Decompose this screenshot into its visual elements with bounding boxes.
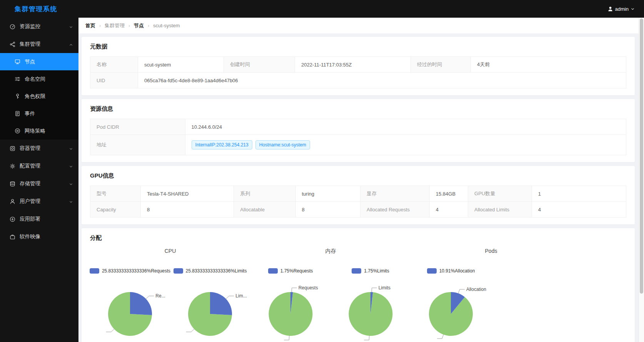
legend-label: 10.91%Allocation (439, 268, 475, 274)
sidebar-item-label: 资源监控 (20, 23, 40, 30)
user-menu[interactable]: admin (607, 6, 644, 12)
resource-info-card: 资源信息 Pod CIDR10.244.6.0/24地址InternalIP:2… (82, 99, 635, 162)
sidebar-item-gear[interactable]: 配置管理 (0, 157, 78, 175)
sidebar-subitem-desktop[interactable]: 节点 (0, 53, 78, 70)
field-value: 8 (295, 202, 360, 217)
field-label: Allocated Limits (468, 202, 532, 217)
chevron-down-icon (69, 25, 73, 29)
pie-slice-label: Lim... (235, 293, 247, 299)
pie-slice-rest[interactable] (429, 292, 473, 336)
sidebar-item-container[interactable]: 容器管理 (0, 139, 78, 157)
legend-item[interactable]: 25.833333333333336%Requests (90, 268, 170, 274)
pie-slice-used[interactable] (130, 292, 152, 315)
pie-chart[interactable]: Limits (330, 280, 410, 342)
top-header: 集群管理系统 admin (0, 0, 644, 18)
field-value: scut-system (138, 57, 224, 73)
pie-callout-line (146, 296, 154, 299)
legend-item[interactable]: 10.91%Allocation (411, 268, 491, 274)
card-title-resource: 资源信息 (90, 105, 626, 113)
field-label: 名称 (90, 57, 138, 73)
chevron-down-icon (69, 182, 73, 186)
field-label: GPU数量 (468, 186, 532, 202)
pie-chart[interactable]: Allocation (411, 280, 491, 342)
user-name: admin (615, 6, 629, 12)
breadcrumb-item[interactable]: 集群管理 (105, 22, 125, 29)
field-label: Pod CIDR (90, 119, 185, 135)
pie-chart[interactable]: Re... (90, 280, 170, 342)
pie-slice-label: Limits (379, 285, 390, 291)
breadcrumb-separator: › (128, 23, 130, 28)
sidebar-subitem-label: 事件 (25, 110, 35, 117)
pie-slice-label: Requests (299, 285, 318, 291)
allocation-charts: CPU25.833333333333336%RequestsRe...25.83… (90, 248, 626, 342)
sidebar-subitem-key[interactable]: 角色权限 (0, 88, 78, 105)
sidebar-subitem-document[interactable]: 事件 (0, 105, 78, 122)
legend-item[interactable]: 1.75%Limits (330, 268, 410, 274)
metadata-card: 元数据 名称scut-system创建时间2022-11-11T17:03:55… (82, 37, 635, 95)
legend-label: 25.833333333333336%Requests (102, 268, 170, 274)
pie-slice-label: Allocation (466, 287, 486, 292)
dashboard-icon (10, 24, 15, 30)
breadcrumb-separator: › (99, 23, 101, 28)
legend-marker (90, 268, 99, 274)
desktop-icon (15, 59, 20, 65)
pie-callout-line (437, 335, 444, 339)
breadcrumb-separator: › (148, 23, 149, 28)
pie-callout-line (226, 296, 234, 299)
pie-unit: 10.91%AllocationAllocation (411, 268, 491, 342)
field-value: 4天前 (471, 57, 626, 73)
scrollbar-thumb[interactable] (640, 18, 643, 294)
sidebar-nav: 资源监控集群管理节点命名空间角色权限事件网络策略容器管理配置管理存储管理用户管理… (0, 18, 78, 342)
breadcrumb: 首页›集群管理›节点›scut-system (78, 18, 639, 33)
breadcrumb-item[interactable]: 节点 (134, 22, 144, 29)
metadata-table: 名称scut-system创建时间2022-11-11T17:03:55Z经过的… (90, 56, 626, 88)
user-icon (10, 199, 15, 204)
field-value: 10.244.6.0/24 (185, 119, 626, 135)
sidebar-item-label: 存储管理 (20, 180, 40, 187)
legend-item[interactable]: 1.75%Requests (250, 268, 330, 274)
scrollbar-track[interactable] (639, 18, 644, 342)
sidebar-item-label: 应用部署 (20, 216, 40, 222)
pie-callout-line (186, 329, 194, 332)
sidebar-subitem-label: 网络策略 (25, 128, 45, 134)
legend-marker (352, 268, 361, 274)
pie-chart[interactable]: Lim... (170, 280, 250, 342)
pie-unit: 25.833333333333336%RequestsRe... (90, 268, 170, 342)
breadcrumb-item[interactable]: 首页 (85, 22, 95, 29)
sidebar-subitem-label: 命名空间 (25, 76, 45, 83)
chevron-down-icon (69, 199, 73, 204)
resource-table: Pod CIDR10.244.6.0/24地址InternalIP:202.38… (90, 119, 626, 155)
sidebar-subitem-network-policy[interactable]: 网络策略 (0, 122, 78, 139)
pie-callout-line (364, 336, 369, 340)
field-label: 型号 (90, 186, 141, 202)
chart-group-title: Pods (411, 248, 571, 256)
app-window: 集群管理系统 admin 资源监控集群管理节点命名空间角色权限事件网络策略容器管… (0, 0, 644, 342)
field-value: 4 (532, 202, 626, 217)
pie-callout-line (372, 288, 377, 292)
pie-slice-used[interactable] (210, 292, 232, 315)
legend-label: 25.833333333333336%Limits (186, 268, 247, 274)
app-logo[interactable]: 集群管理系统 (0, 5, 78, 13)
sidebar-item-label: 集群管理 (20, 41, 40, 48)
card-title-gpu: GPU信息 (90, 172, 626, 179)
sidebar-item-image[interactable]: 软件映像 (0, 228, 78, 246)
network-policy-icon (15, 128, 20, 134)
sidebar-item-label: 软件映像 (20, 233, 40, 240)
field-label: Capacity (90, 202, 141, 217)
pie-chart[interactable]: Requests (250, 280, 330, 342)
legend-item[interactable]: 25.833333333333336%Limits (170, 268, 250, 274)
gpu-table: 型号Tesla-T4-SHARED系列turing显存15.84GBGPU数量1… (90, 186, 626, 217)
sidebar-item-deploy[interactable]: 应用部署 (0, 210, 78, 228)
chevron-down-icon (69, 164, 73, 168)
pie-unit: 1.75%RequestsRequests (250, 268, 330, 342)
chart-group-pods: Pods10.91%AllocationAllocation (411, 248, 571, 342)
sidebar-item-database[interactable]: 存储管理 (0, 175, 78, 193)
address-tag: InternalIP:202.38.254.213 (192, 140, 252, 149)
sidebar-subitem-sliders[interactable]: 命名空间 (0, 70, 78, 88)
sidebar-item-user[interactable]: 用户管理 (0, 193, 78, 210)
sidebar-item-dashboard[interactable]: 资源监控 (0, 18, 78, 35)
chart-group-title: 内存 (250, 248, 411, 256)
address-tag: Hostname:scut-system (255, 140, 310, 149)
sidebar-item-share[interactable]: 集群管理 (0, 35, 78, 53)
image-icon (10, 234, 15, 240)
